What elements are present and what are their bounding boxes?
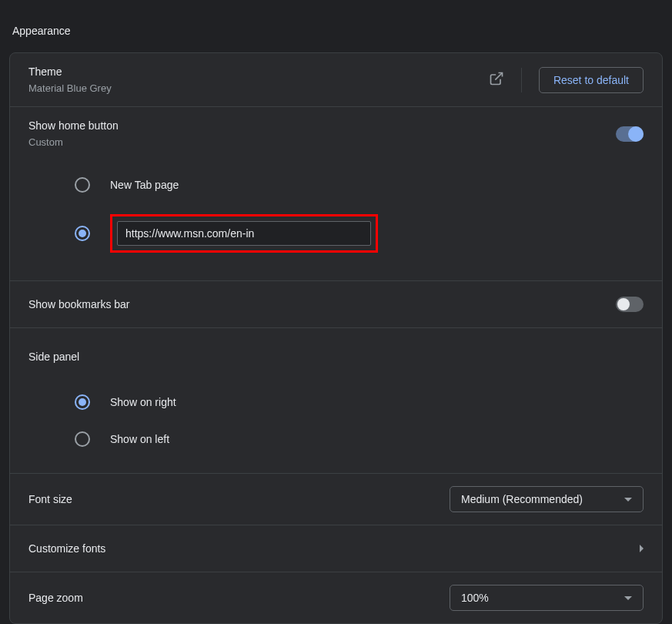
theme-title: Theme bbox=[28, 65, 112, 78]
side-panel-right-label: Show on right bbox=[110, 396, 176, 408]
page-zoom-row: Page zoom 100% bbox=[10, 572, 662, 623]
separator bbox=[521, 68, 522, 92]
svg-line-0 bbox=[495, 73, 502, 80]
open-theme-icon[interactable] bbox=[472, 68, 521, 92]
home-toggle[interactable] bbox=[616, 126, 644, 142]
chevron-right-icon bbox=[640, 545, 644, 552]
side-panel-right-row[interactable]: Show on right bbox=[75, 384, 640, 421]
page-zoom-title: Page zoom bbox=[28, 592, 83, 604]
theme-subtitle: Material Blue Grey bbox=[28, 82, 112, 94]
home-option-newtab-row[interactable]: New Tab page bbox=[75, 166, 640, 203]
chevron-down-icon bbox=[624, 596, 632, 600]
section-title: Appearance bbox=[9, 17, 663, 52]
appearance-card: Theme Material Blue Grey Reset to defaul… bbox=[9, 52, 663, 624]
chevron-down-icon bbox=[624, 498, 632, 502]
side-panel-row: Side panel Show on right Show on left bbox=[10, 328, 662, 474]
customize-fonts-row[interactable]: Customize fonts bbox=[10, 525, 662, 572]
home-subtitle: Custom bbox=[28, 136, 119, 148]
bookmarks-toggle[interactable] bbox=[616, 297, 644, 312]
home-radio-newtab[interactable] bbox=[75, 177, 90, 193]
side-panel-radio-left[interactable] bbox=[75, 431, 90, 447]
home-button-row: Show home button Custom New Tab page bbox=[10, 107, 662, 281]
home-title: Show home button bbox=[28, 119, 119, 132]
side-panel-left-label: Show on left bbox=[110, 433, 169, 445]
home-custom-url-input[interactable] bbox=[117, 221, 371, 246]
page-zoom-value: 100% bbox=[461, 592, 624, 604]
reset-theme-button[interactable]: Reset to default bbox=[539, 67, 644, 93]
customize-fonts-title: Customize fonts bbox=[28, 542, 640, 555]
side-panel-title: Side panel bbox=[28, 351, 79, 363]
font-size-select[interactable]: Medium (Recommended) bbox=[450, 486, 644, 512]
font-size-value: Medium (Recommended) bbox=[461, 493, 624, 505]
side-panel-radio-right[interactable] bbox=[75, 394, 90, 410]
theme-row: Theme Material Blue Grey Reset to defaul… bbox=[10, 53, 662, 107]
highlighted-region bbox=[110, 214, 378, 253]
home-option-custom-row[interactable] bbox=[75, 203, 640, 263]
home-radio-custom[interactable] bbox=[75, 226, 90, 241]
side-panel-left-row[interactable]: Show on left bbox=[75, 421, 640, 458]
bookmarks-title: Show bookmarks bar bbox=[28, 298, 130, 310]
font-size-title: Font size bbox=[28, 493, 72, 505]
page-zoom-select[interactable]: 100% bbox=[450, 585, 644, 611]
home-option-newtab-label: New Tab page bbox=[110, 179, 179, 191]
font-size-row: Font size Medium (Recommended) bbox=[10, 474, 662, 525]
bookmarks-row: Show bookmarks bar bbox=[10, 281, 662, 328]
